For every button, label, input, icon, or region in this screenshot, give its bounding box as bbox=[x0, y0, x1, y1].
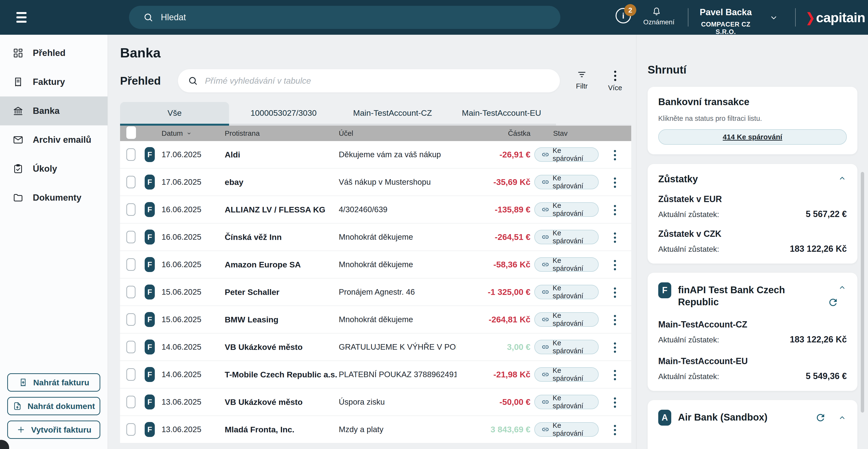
column-header-ucel: Účel bbox=[337, 129, 457, 138]
row-checkbox[interactable] bbox=[126, 313, 135, 326]
cell-amount: -1 325,00 € bbox=[457, 287, 530, 297]
filter-button[interactable]: Filtr bbox=[570, 70, 593, 92]
global-search[interactable] bbox=[129, 6, 560, 29]
sidebar-item-faktury[interactable]: Faktury bbox=[0, 67, 107, 96]
table-row: F 14.06.2025 T-Mobile Czech Republic a.s… bbox=[120, 361, 631, 388]
status-badge[interactable]: Ke spárování bbox=[534, 422, 599, 437]
cell-counterparty: VB Ukázkové město bbox=[224, 342, 337, 352]
tab-vse[interactable]: Vše bbox=[120, 102, 229, 126]
logo-chevron-icon: ❯ bbox=[806, 10, 815, 25]
sidebar-actions: Nahrát fakturu Nahrát dokument Vytvořit … bbox=[7, 368, 100, 439]
chevron-up-icon[interactable] bbox=[838, 174, 847, 183]
balance-value: 5 567,22 € bbox=[806, 209, 847, 219]
notifications-button[interactable]: Oznámení bbox=[643, 6, 670, 26]
sidebar-item-label: Faktury bbox=[33, 77, 65, 87]
column-label: Datum bbox=[161, 129, 183, 138]
kebab-icon bbox=[614, 369, 616, 380]
row-checkbox[interactable] bbox=[126, 203, 135, 216]
bank-initial-badge: A bbox=[658, 410, 671, 426]
sidebar-item-label: Dokumenty bbox=[33, 193, 81, 203]
cell-date: 15.06.2025 bbox=[159, 288, 224, 297]
chevron-up-icon[interactable] bbox=[838, 283, 847, 292]
folder-icon bbox=[12, 192, 24, 203]
chevron-up-icon[interactable] bbox=[838, 413, 847, 422]
global-search-input[interactable] bbox=[161, 12, 550, 23]
status-badge[interactable]: Ke spárování bbox=[534, 285, 599, 299]
status-badge[interactable]: Ke spárování bbox=[534, 147, 599, 162]
nahrat-dokument-button[interactable]: Nahrát dokument bbox=[7, 397, 100, 415]
row-checkbox[interactable] bbox=[126, 423, 135, 436]
row-checkbox[interactable] bbox=[126, 231, 135, 243]
row-menu-button[interactable] bbox=[599, 204, 631, 215]
hamburger-menu-icon[interactable] bbox=[17, 12, 27, 23]
status-badge[interactable]: Ke spárování bbox=[534, 395, 599, 409]
table-controls: Přehled Filtr Více bbox=[120, 69, 631, 92]
row-checkbox[interactable] bbox=[126, 286, 135, 298]
row-menu-button[interactable] bbox=[599, 396, 631, 408]
status-badge[interactable]: Ke spárování bbox=[534, 257, 599, 272]
row-checkbox[interactable] bbox=[126, 396, 135, 408]
row-menu-button[interactable] bbox=[599, 232, 631, 243]
sidebar-item-banka[interactable]: Banka bbox=[0, 96, 107, 125]
row-menu-button[interactable] bbox=[599, 287, 631, 298]
cell-counterparty: Amazon Europe SA bbox=[224, 260, 337, 269]
row-menu-button[interactable] bbox=[599, 424, 631, 435]
link-icon bbox=[541, 151, 549, 158]
panel-scrollbar[interactable] bbox=[861, 172, 864, 413]
table-header: Datum Protistrana Účel Částka Stav bbox=[120, 126, 631, 141]
row-menu-button[interactable] bbox=[599, 341, 631, 353]
table-search[interactable] bbox=[178, 69, 560, 92]
cell-date: 14.06.2025 bbox=[159, 370, 224, 379]
cell-date: 13.06.2025 bbox=[159, 425, 224, 434]
sidebar-item-dokumenty[interactable]: Dokumenty bbox=[0, 183, 107, 212]
status-badge[interactable]: Ke spárování bbox=[534, 312, 599, 327]
select-all-checkbox[interactable] bbox=[126, 126, 136, 139]
status-badge[interactable]: Ke spárování bbox=[534, 230, 599, 244]
row-menu-button[interactable] bbox=[599, 314, 631, 325]
info-button[interactable]: i 2 bbox=[616, 8, 631, 24]
row-checkbox[interactable] bbox=[126, 176, 135, 188]
refresh-icon[interactable] bbox=[815, 412, 826, 423]
to-match-filter-pill[interactable]: 414 Ke spárování bbox=[658, 129, 847, 145]
cell-amount: -135,89 € bbox=[457, 205, 530, 214]
kebab-icon bbox=[614, 341, 616, 353]
tab-main-testaccount-eu[interactable]: Main-TestAccount-EU bbox=[447, 102, 556, 126]
cell-amount: 3 843,69 € bbox=[457, 425, 530, 434]
status-badge[interactable]: Ke spárování bbox=[534, 175, 599, 189]
sidebar-item-prehled[interactable]: Přehled bbox=[0, 38, 107, 67]
nahrat-dokument-label: Nahrát dokument bbox=[28, 401, 95, 411]
balances-card: Zůstatky Zůstatek v EUR Aktuální zůstate… bbox=[648, 164, 858, 264]
refresh-icon[interactable] bbox=[828, 297, 839, 308]
vytvorit-fakturu-button[interactable]: Vytvořit fakturu bbox=[7, 421, 100, 439]
sidebar-item-ukoly[interactable]: Úkoly bbox=[0, 154, 107, 183]
more-button[interactable]: Více bbox=[604, 70, 626, 92]
user-menu[interactable]: Pavel Backa COMPACER CZ S.R.O. bbox=[694, 7, 757, 36]
status-badge[interactable]: Ke spárování bbox=[534, 202, 599, 217]
row-checkbox[interactable] bbox=[126, 258, 135, 271]
link-icon bbox=[541, 343, 549, 351]
row-checkbox[interactable] bbox=[126, 148, 135, 161]
account-name: Main-TestAccount-CZ bbox=[658, 320, 847, 330]
table-search-input[interactable] bbox=[205, 76, 550, 86]
sidebar-item-archiv-emailu[interactable]: Archiv emailů bbox=[0, 125, 107, 154]
tab-main-testaccount-cz[interactable]: Main-TestAccount-CZ bbox=[338, 102, 447, 126]
nahrat-fakturu-button[interactable]: Nahrát fakturu bbox=[7, 373, 100, 392]
row-menu-button[interactable] bbox=[599, 259, 631, 270]
table-row: F 17.06.2025 Aldi Děkujeme vám za váš ná… bbox=[120, 141, 631, 169]
status-badge[interactable]: Ke spárování bbox=[534, 367, 599, 382]
chevron-down-icon[interactable] bbox=[769, 12, 779, 23]
kebab-icon bbox=[614, 204, 616, 215]
column-header-datum[interactable]: Datum bbox=[159, 129, 224, 138]
row-checkbox[interactable] bbox=[126, 368, 135, 381]
status-badge[interactable]: Ke spárování bbox=[534, 340, 599, 354]
sidebar-item-label: Archiv emailů bbox=[33, 135, 91, 145]
cell-counterparty: ALLIANZ LV / FLESSA KG bbox=[224, 205, 337, 214]
row-menu-button[interactable] bbox=[599, 177, 631, 188]
row-checkbox[interactable] bbox=[126, 341, 135, 353]
row-menu-button[interactable] bbox=[599, 149, 631, 160]
bell-icon bbox=[651, 6, 661, 17]
row-menu-button[interactable] bbox=[599, 369, 631, 380]
cell-date: 15.06.2025 bbox=[159, 315, 224, 324]
sidebar-item-label: Přehled bbox=[33, 48, 66, 58]
tab-1000053027-3030[interactable]: 1000053027/3030 bbox=[229, 102, 338, 126]
